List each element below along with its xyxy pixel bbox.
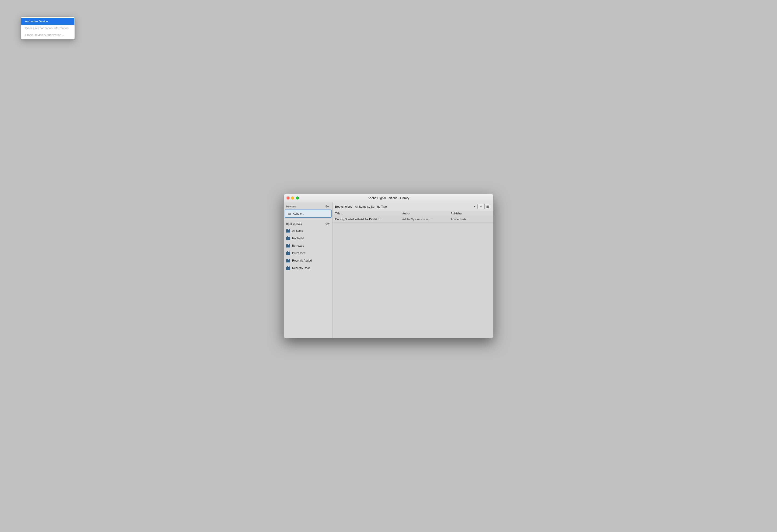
grid-view-icon: ⊞ [486,205,489,208]
sidebar-item-recently-added[interactable]: Recently Added [284,257,333,264]
device-item-kobo[interactable]: ▭ Kobo e... [285,210,332,218]
dropdown-arrow-icon: ▾ [474,205,475,208]
sidebar-item-purchased-label: Purchased [292,251,306,255]
svg-rect-23 [289,259,290,262]
svg-rect-21 [287,259,288,262]
table-header: Title ∧ Author Publisher [333,211,493,216]
titlebar: Adobe Digital Editions - Library [284,194,493,202]
svg-rect-17 [288,252,289,254]
content-toolbar: Bookshelves - All Items (1 Sort by Title… [333,202,493,211]
svg-rect-9 [286,240,290,240]
application-window: Adobe Digital Editions - Library Devices… [284,194,493,338]
sidebar-item-borrowed-label: Borrowed [292,244,304,247]
svg-rect-14 [286,247,290,247]
sidebar-item-not-read[interactable]: Not Read [284,234,333,242]
svg-rect-5 [286,237,287,240]
sidebar-item-recently-read[interactable]: Recently Read [284,264,333,272]
cell-publisher: Adobe Syste... [451,218,491,221]
content-table: Getting Started with Adobe Digital E... … [333,216,493,338]
sidebar-item-all-items-label: All Items [292,229,303,232]
bookshelf-icon-all-items [286,229,290,233]
devices-label: Devices [286,205,296,208]
maximize-button[interactable] [296,197,299,200]
svg-rect-20 [286,259,287,262]
close-button[interactable] [287,197,290,200]
sidebar: Devices ⚙▾ ▭ Kobo e... Authorize Device.… [284,202,333,338]
bookshelves-gear-icon: ⚙▾ [325,222,330,226]
bookshelf-icon-not-read [286,236,290,240]
column-header-title[interactable]: Title ∧ [335,212,402,215]
svg-rect-11 [287,244,288,247]
sidebar-item-not-read-label: Not Read [292,237,304,240]
window-title: Adobe Digital Editions - Library [368,196,409,200]
view-list-button[interactable]: ≡ [477,204,484,209]
devices-gear-button[interactable]: ⚙▾ [325,204,330,209]
bookshelves-gear-button[interactable]: ⚙▾ [325,222,330,226]
svg-rect-13 [289,244,290,247]
device-name: Kobo e... [293,212,304,215]
svg-rect-22 [288,260,289,262]
view-toggle: ≡ ⊞ [477,204,491,209]
cell-author: Adobe Systems Incorp... [402,218,451,221]
gear-icon: ⚙▾ [325,205,330,208]
content-area: Bookshelves - All Items (1 Sort by Title… [333,202,493,338]
svg-rect-6 [287,236,288,240]
cell-title: Getting Started with Adobe Digital E... [335,218,402,221]
svg-rect-29 [286,270,290,270]
window-controls [287,197,299,200]
sort-arrow-icon: ∧ [341,212,343,215]
sidebar-item-recently-added-label: Recently Added [292,259,312,262]
bookshelves-label: Bookshelves [286,223,302,225]
svg-rect-0 [286,229,287,232]
bookshelf-icon-borrowed [286,244,290,248]
content-title: Bookshelves - All Items (1 Sort by Title [335,205,472,208]
bookshelves-section-header: Bookshelves ⚙▾ [284,221,333,227]
devices-section-header: Devices ⚙▾ [284,202,333,210]
sidebar-item-purchased[interactable]: Purchased [284,249,333,257]
main-content: Devices ⚙▾ ▭ Kobo e... Authorize Device.… [284,202,493,338]
view-grid-button[interactable]: ⊞ [484,204,491,209]
bookshelf-icon-recently-read [286,266,290,270]
bookshelf-icon-purchased [286,251,290,255]
device-icon: ▭ [288,211,291,216]
sidebar-item-borrowed[interactable]: Borrowed [284,242,333,249]
list-view-icon: ≡ [480,205,481,208]
bookshelf-icon-recently-added [286,258,290,263]
svg-rect-18 [289,251,290,254]
svg-rect-4 [286,232,290,233]
sidebar-item-recently-read-label: Recently Read [292,267,311,270]
svg-rect-12 [288,245,289,247]
svg-rect-24 [286,262,290,262]
svg-rect-1 [287,229,288,232]
svg-rect-15 [286,252,287,254]
svg-rect-2 [288,230,289,232]
svg-rect-8 [289,237,290,240]
svg-rect-19 [286,254,290,255]
column-header-author[interactable]: Author [402,212,451,215]
sort-dropdown[interactable]: ▾ [474,205,475,208]
sidebar-divider [284,219,333,219]
table-row[interactable]: Getting Started with Adobe Digital E... … [333,216,493,223]
svg-rect-26 [287,266,288,270]
svg-rect-3 [289,229,290,232]
svg-rect-16 [287,251,288,254]
svg-rect-7 [288,237,289,240]
minimize-button[interactable] [291,197,294,200]
svg-rect-25 [286,267,287,270]
sidebar-item-all-items[interactable]: All Items [284,227,333,234]
svg-rect-10 [286,244,287,247]
column-header-publisher[interactable]: Publisher [451,212,491,215]
svg-rect-28 [289,267,290,270]
svg-rect-27 [288,267,289,270]
